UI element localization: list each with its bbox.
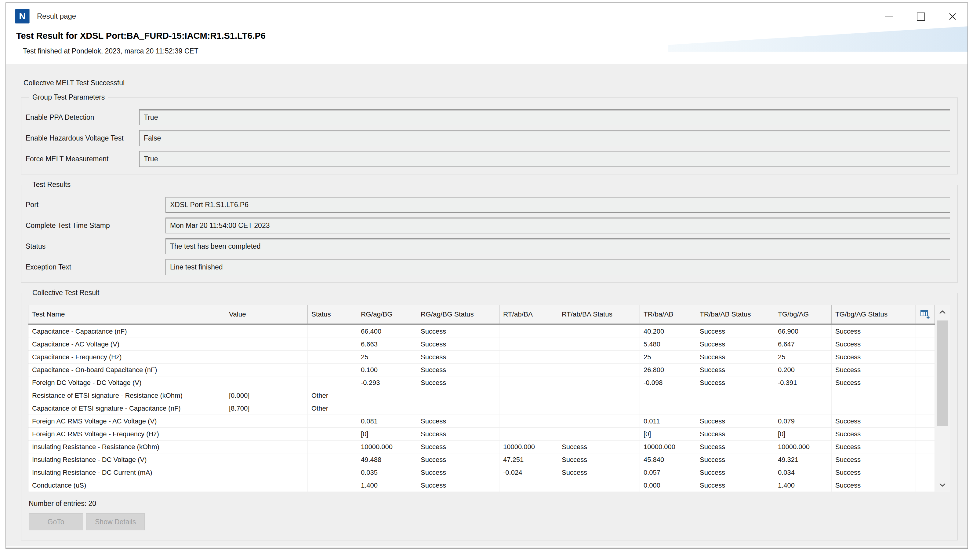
table-row[interactable]: Capacitance of ETSI signature - Capacita… xyxy=(28,402,935,415)
table-cell: 40.200 xyxy=(640,325,696,338)
scrollbar-thumb[interactable] xyxy=(937,320,948,426)
table-cell: Success xyxy=(832,338,916,351)
table-row[interactable]: Foreign DC Voltage - DC Voltage (V)-0.29… xyxy=(28,377,935,389)
table-row[interactable]: Foreign AC RMS Voltage - AC Voltage (V)0… xyxy=(28,415,935,428)
table-cell: Capacitance of ETSI signature - Capacita… xyxy=(28,402,225,415)
table-cell xyxy=(916,363,935,377)
field-value[interactable]: Mon Mar 20 11:54:00 CET 2023 xyxy=(166,218,950,233)
column-chooser-header-cell[interactable] xyxy=(916,305,935,323)
table-cell xyxy=(500,389,558,402)
column-header[interactable]: RT/ab/BA Status xyxy=(558,305,640,323)
chevron-down-icon xyxy=(938,482,947,487)
table-cell: [0.000] xyxy=(225,389,308,402)
field-label: Port xyxy=(26,201,166,209)
column-header[interactable]: TG/bg/AG Status xyxy=(832,305,916,323)
table-cell: Success xyxy=(558,440,640,453)
table-cell xyxy=(832,389,916,402)
dialog-header: Test Result for XDSL Port:BA_FURD-15:IAC… xyxy=(6,30,967,64)
table-cell: Success xyxy=(696,338,774,351)
column-header[interactable]: Test Name xyxy=(28,305,225,323)
field-value[interactable]: True xyxy=(139,151,950,167)
table-cell: -0.098 xyxy=(640,377,696,389)
table-row[interactable]: Conductance (uS)1.400Success0.000Success… xyxy=(28,479,935,492)
table-cell xyxy=(225,363,308,377)
table-row[interactable]: Capacitance - On-board Capacitance (nF)0… xyxy=(28,363,935,377)
table-cell: Capacitance - Capacitance (nF) xyxy=(28,325,225,338)
column-header[interactable]: TR/ba/AB Status xyxy=(696,305,774,323)
table-row[interactable]: Capacitance - Capacitance (nF)66.400Succ… xyxy=(28,325,935,338)
field-value[interactable]: XDSL Port R1.S1.LT6.P6 xyxy=(166,197,950,213)
table-cell: Capacitance - AC Voltage (V) xyxy=(28,338,225,351)
table-cell: Success xyxy=(832,453,916,466)
table-cell: Foreign DC Voltage - DC Voltage (V) xyxy=(28,377,225,389)
table-row[interactable]: Foreign AC RMS Voltage - Frequency (Hz)[… xyxy=(28,428,935,440)
table-cell: -0.293 xyxy=(357,377,417,389)
table-cell: [0] xyxy=(357,428,417,440)
table-cell xyxy=(308,466,357,479)
table-cell: 10000.000 xyxy=(640,440,696,453)
title-bar[interactable]: N Result page xyxy=(6,3,967,30)
column-header[interactable]: RT/ab/BA xyxy=(500,305,558,323)
table-cell: Success xyxy=(696,466,774,479)
field-value[interactable]: Line test finished xyxy=(166,259,950,275)
table-cell: [0] xyxy=(774,428,832,440)
column-header[interactable]: RG/ag/BG xyxy=(357,305,417,323)
vertical-scrollbar[interactable] xyxy=(935,305,950,492)
group-test-parameters-fields: Enable PPA DetectionTrueEnable Hazardous… xyxy=(26,109,950,167)
table-row[interactable]: Insulating Resistance - DC Voltage (V)49… xyxy=(28,453,935,466)
table-cell xyxy=(225,428,308,440)
column-header[interactable]: Value xyxy=(225,305,308,323)
result-table: Test NameValueStatusRG/ag/BGRG/ag/BG Sta… xyxy=(28,305,950,492)
goto-button[interactable]: GoTo xyxy=(29,513,83,530)
table-cell: Success xyxy=(696,351,774,363)
table-cell: 5.480 xyxy=(640,338,696,351)
scroll-up-button[interactable] xyxy=(935,305,950,319)
table-cell xyxy=(500,351,558,363)
table-row[interactable]: Insulating Resistance - DC Current (mA)0… xyxy=(28,466,935,479)
table-cell: Success xyxy=(696,415,774,428)
table-cell: 25 xyxy=(357,351,417,363)
scroll-down-button[interactable] xyxy=(935,478,950,492)
table-cell xyxy=(308,415,357,428)
field-row: StatusThe test has been completed xyxy=(26,238,950,254)
field-row: Force MELT MeasurementTrue xyxy=(26,151,950,167)
table-cell: 10000.000 xyxy=(500,440,558,453)
entries-count-label: Number of entries: 20 xyxy=(29,500,950,508)
column-header[interactable]: TG/bg/AG xyxy=(774,305,832,323)
minimize-button[interactable] xyxy=(882,10,896,23)
show-details-button[interactable]: Show Details xyxy=(86,513,145,530)
maximize-icon xyxy=(917,13,925,21)
field-value[interactable]: True xyxy=(139,109,950,125)
table-cell xyxy=(916,377,935,389)
table-cell xyxy=(558,415,640,428)
field-value[interactable]: The test has been completed xyxy=(166,238,950,254)
table-row[interactable]: Insulating Resistance - Resistance (kOhm… xyxy=(28,440,935,453)
table-cell xyxy=(308,479,357,492)
table-cell xyxy=(640,389,696,402)
table-cell: Insulating Resistance - DC Voltage (V) xyxy=(28,453,225,466)
table-cell: 66.400 xyxy=(357,325,417,338)
table-cell: Success xyxy=(832,363,916,377)
field-label: Force MELT Measurement xyxy=(26,155,139,163)
table-row[interactable]: Capacitance - Frequency (Hz)25Success25S… xyxy=(28,351,935,363)
table-cell xyxy=(225,325,308,338)
table-cell xyxy=(308,351,357,363)
table-row[interactable]: Capacitance - AC Voltage (V)6.663Success… xyxy=(28,338,935,351)
column-header[interactable]: Status xyxy=(308,305,357,323)
table-cell xyxy=(500,325,558,338)
field-row: PortXDSL Port R1.S1.LT6.P6 xyxy=(26,197,950,213)
maximize-button[interactable] xyxy=(914,10,928,23)
field-value-text: True xyxy=(144,113,158,122)
table-cell: 6.663 xyxy=(357,338,417,351)
table-row[interactable]: Resistance of ETSI signature - Resistanc… xyxy=(28,389,935,402)
table-cell xyxy=(916,402,935,415)
close-button[interactable] xyxy=(945,10,960,23)
table-cell: Success xyxy=(696,479,774,492)
field-value[interactable]: False xyxy=(139,130,950,146)
app-icon[interactable]: N xyxy=(15,9,30,23)
column-header[interactable]: TR/ba/AB xyxy=(640,305,696,323)
table-cell: Success xyxy=(696,325,774,338)
table-cell: -0.024 xyxy=(500,466,558,479)
table-cell: Success xyxy=(417,325,500,338)
column-header[interactable]: RG/ag/BG Status xyxy=(417,305,500,323)
